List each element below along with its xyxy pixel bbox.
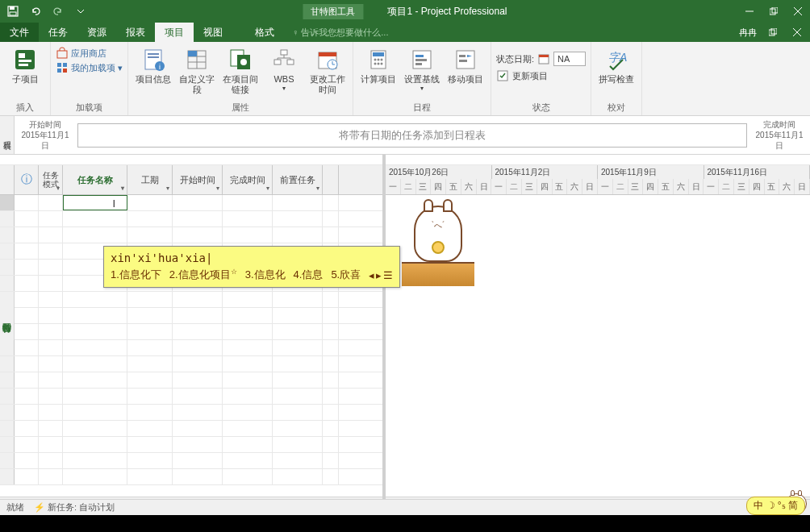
subproject-button[interactable]: 子项目 xyxy=(5,47,45,85)
table-row[interactable] xyxy=(0,421,382,437)
calendar-icon xyxy=(315,47,340,73)
project-info-button[interactable]: i项目信息 xyxy=(133,47,173,85)
undo-button[interactable] xyxy=(26,2,45,21)
calendar-small-icon xyxy=(537,52,550,65)
ribbon-group-schedule: 计算项目 设置基线▾ 移动项目 日程 xyxy=(353,42,491,115)
table-row[interactable] xyxy=(0,227,382,243)
svg-point-53 xyxy=(381,63,383,65)
close-button[interactable] xyxy=(786,1,810,22)
tab-format[interactable]: 格式 xyxy=(245,23,284,42)
col-rowhead[interactable] xyxy=(0,165,15,194)
tab-file[interactable]: 文件 xyxy=(0,23,39,42)
my-addins-button[interactable]: 我的加载项 ▾ xyxy=(56,61,123,74)
move-icon xyxy=(453,47,478,73)
gantt-day-header: 三 xyxy=(416,179,432,194)
tab-project[interactable]: 项目 xyxy=(155,23,194,42)
col-duration[interactable]: 工期▾ xyxy=(127,165,173,194)
doc-restore-button[interactable] xyxy=(765,24,781,40)
gantt-day-header: 二 xyxy=(613,179,628,194)
table-row[interactable] xyxy=(0,389,382,405)
gantt-day-header: 一 xyxy=(598,179,613,194)
col-finish[interactable]: 完成时间▾ xyxy=(223,165,273,194)
baseline-button[interactable]: 设置基线▾ xyxy=(402,47,442,93)
ime-next-icon[interactable]: ▸ xyxy=(376,269,382,281)
table-row[interactable] xyxy=(0,308,382,324)
ime-prev-icon[interactable]: ◂ xyxy=(369,269,374,281)
timeline-panel: 日程表 开始时间 2015年11月1日 将带有日期的任务添加到日程表 完成时间 … xyxy=(0,116,810,155)
gantt-day-header: 一 xyxy=(704,179,719,194)
user-name[interactable]: 冉冉 xyxy=(739,27,757,39)
table-row[interactable] xyxy=(0,372,382,389)
timeline-end: 完成时间 2015年11月1日 xyxy=(749,116,810,154)
ime-candidates: 1.信息化下 2.信息化项目☆ 3.信息化 4.信息 5.欣喜 ◂ ▸ ☰ xyxy=(111,268,393,282)
timeline-bar[interactable]: 将带有日期的任务添加到日程表 xyxy=(77,123,747,148)
qat-customize[interactable] xyxy=(71,2,90,21)
custom-fields-button[interactable]: 自定义字段 xyxy=(177,47,217,95)
ime-status-indicator[interactable]: 中 ☽ °₅ 简 xyxy=(746,497,805,515)
quick-access-toolbar xyxy=(0,2,90,21)
ime-candidate[interactable]: 1.信息化下 xyxy=(111,268,161,282)
store-button[interactable]: 应用商店 xyxy=(56,47,123,60)
svg-rect-14 xyxy=(19,60,31,62)
col-name[interactable]: 任务名称▾ xyxy=(63,165,127,194)
ime-candidate[interactable]: 3.信息化 xyxy=(245,268,286,282)
gantt-day-header: 三 xyxy=(522,179,537,194)
save-button[interactable] xyxy=(3,2,23,21)
col-info[interactable]: ⓘ xyxy=(15,165,39,194)
svg-rect-36 xyxy=(287,60,294,64)
table-row[interactable] xyxy=(0,356,382,372)
svg-text:字A: 字A xyxy=(608,51,627,64)
col-start[interactable]: 开始时间▾ xyxy=(173,165,223,194)
wbs-button[interactable]: WBS▾ xyxy=(264,47,304,93)
table-row[interactable] xyxy=(0,340,382,356)
svg-rect-23 xyxy=(148,56,159,58)
restore-button[interactable] xyxy=(762,1,786,22)
status-date-field[interactable]: NA xyxy=(553,52,586,66)
svg-point-52 xyxy=(378,63,380,65)
tab-task[interactable]: 任务 xyxy=(39,23,77,42)
ime-candidate[interactable]: 5.欣喜 xyxy=(331,268,361,282)
gantt-week-header: 2015年10月26日 xyxy=(386,165,492,179)
svg-rect-22 xyxy=(148,53,159,55)
minimize-button[interactable] xyxy=(737,1,762,22)
spell-icon: 字A xyxy=(603,47,629,73)
tell-me-search[interactable]: ♀ 告诉我您想要做什么... xyxy=(284,23,396,42)
gantt-side-tab[interactable]: 甘特图 xyxy=(0,292,15,340)
col-pred[interactable]: 前置任务▾ xyxy=(273,165,323,194)
calculate-button[interactable]: 计算项目 xyxy=(358,47,399,85)
ime-menu-icon[interactable]: ☰ xyxy=(383,269,393,281)
change-work-time-button[interactable]: 更改工作时间 xyxy=(307,47,348,95)
doc-close-button[interactable] xyxy=(789,24,805,40)
table-row[interactable] xyxy=(0,469,382,485)
table-row[interactable] xyxy=(0,437,382,453)
tab-view[interactable]: 视图 xyxy=(194,23,232,42)
spellcheck-button[interactable]: 字A拼写检查 xyxy=(596,47,637,85)
table-row[interactable] xyxy=(0,324,382,340)
gantt-day-header: 六 xyxy=(461,179,477,194)
update-project-button[interactable]: 更新项目 xyxy=(496,69,586,82)
timeline-tab[interactable]: 日程表 xyxy=(0,116,15,154)
col-add[interactable] xyxy=(323,165,339,194)
table-row[interactable]: I xyxy=(0,195,382,211)
table-row[interactable] xyxy=(0,211,382,227)
tab-resource[interactable]: 资源 xyxy=(77,23,116,42)
svg-rect-47 xyxy=(373,52,384,56)
bottom-bar xyxy=(0,515,810,532)
table-row[interactable] xyxy=(0,405,382,421)
status-new-task: ⚡ 新任务: 自动计划 xyxy=(34,501,115,513)
table-row[interactable] xyxy=(0,292,382,308)
gantt-day-header: 五 xyxy=(658,179,674,194)
ime-candidate[interactable]: 2.信息化项目☆ xyxy=(169,268,237,282)
redo-button[interactable] xyxy=(48,2,68,21)
tab-report[interactable]: 报表 xyxy=(116,23,155,42)
gantt-day-header: 五 xyxy=(553,179,568,194)
col-mode[interactable]: 任务模式▾ xyxy=(39,165,63,194)
gantt-day-header: 五 xyxy=(765,179,780,194)
table-row[interactable] xyxy=(0,453,382,469)
svg-rect-55 xyxy=(415,55,424,57)
status-date-row: 状态日期: NA xyxy=(496,52,586,66)
move-project-button[interactable]: 移动项目 xyxy=(445,47,486,85)
links-button[interactable]: 在项目间链接 xyxy=(220,47,261,95)
gantt-day-header: 二 xyxy=(719,179,734,194)
ime-candidate[interactable]: 4.信息 xyxy=(294,268,324,282)
